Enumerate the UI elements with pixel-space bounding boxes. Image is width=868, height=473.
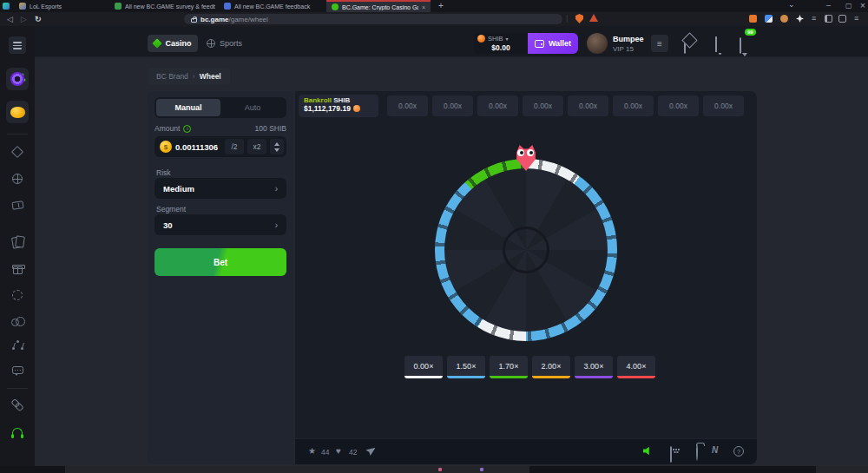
tab-close-icon[interactable]: × (422, 4, 425, 10)
history-result[interactable]: 0.00x (703, 95, 744, 116)
profile-box-icon[interactable] (838, 15, 846, 23)
sidebar-divider (7, 134, 28, 135)
amount-stepper[interactable] (270, 139, 284, 154)
back-icon[interactable]: ◁ (7, 16, 13, 23)
nav-sports-tab[interactable]: Sports (207, 35, 242, 52)
sidebar-menu-button[interactable] (9, 36, 26, 54)
sidebar-item-lottery[interactable] (11, 199, 23, 211)
amount-input[interactable]: $ 0.00111306 /2 x2 (155, 136, 286, 157)
history-result[interactable]: 0.00x (387, 95, 428, 116)
chevron-right-icon: › (275, 220, 278, 230)
chat-badge: 99 (745, 29, 756, 36)
window-close-button[interactable]: × (860, 1, 865, 10)
sidebar-item-support[interactable] (11, 424, 23, 437)
tab-bcgame-active[interactable]: BC.Game: Crypto Casino Games & × (326, 0, 431, 12)
bankroll-label: Bankroll (304, 96, 332, 104)
quick-menu-button[interactable]: ≡ (651, 35, 668, 52)
vip-level: VIP 15 (613, 45, 634, 53)
ticket-icon (11, 200, 23, 210)
segment-select[interactable]: 30 › (155, 214, 286, 235)
coin-icon: $ (160, 141, 172, 153)
link-icon (10, 397, 25, 412)
sidebar-promo-spin-button[interactable] (6, 68, 29, 90)
multiplier-0[interactable]: 0.00× (404, 356, 443, 378)
window-maximize-button[interactable]: ▢ (845, 2, 852, 10)
tab-manual[interactable]: Manual (156, 99, 220, 116)
taskbar (0, 466, 868, 473)
history-result[interactable]: 0.00x (658, 95, 699, 116)
people-icon (11, 316, 23, 326)
multiplier-1[interactable]: 1.50× (447, 356, 485, 378)
sidebar-item-vip[interactable] (11, 339, 23, 351)
sidebar-item-promotions[interactable] (11, 263, 23, 275)
breadcrumb-current: Wheel (200, 72, 221, 81)
username[interactable]: Bumpee (613, 35, 644, 43)
risk-select[interactable]: Medium › (155, 178, 286, 199)
warning-extension-icon[interactable] (589, 14, 598, 22)
taskbar-segment (816, 466, 868, 473)
multiplier-3[interactable]: 2.00× (532, 356, 570, 378)
sidebar-item-forum[interactable] (11, 364, 23, 376)
sidepanel-icon[interactable] (825, 15, 832, 23)
app-sidebar (0, 26, 35, 466)
tab-auto[interactable]: Auto (220, 99, 285, 116)
segment-label: Segment (156, 205, 186, 214)
tab-bcgame-feedback[interactable]: All new BC.GAME feedback (219, 0, 323, 12)
breadcrumb-root[interactable]: BC Brand (156, 72, 188, 81)
sidebar-item-casino[interactable] (11, 146, 23, 158)
amount-value: 0.00111306 (175, 142, 221, 152)
casino-icon (153, 38, 162, 48)
extension-icon-3[interactable] (780, 15, 788, 23)
avatar[interactable] (587, 33, 608, 54)
half-button[interactable]: /2 (225, 139, 244, 154)
multiplier-4[interactable]: 3.00× (575, 356, 613, 378)
tab-lol-esports[interactable]: LoL Esports (14, 0, 106, 12)
forward-icon[interactable]: ▷ (21, 16, 27, 23)
history-result[interactable]: 0.00x (477, 95, 518, 116)
help-icon[interactable]: ? (733, 446, 744, 457)
sidebar-item-bonus[interactable] (11, 289, 23, 301)
multiplier-5[interactable]: 4.00× (617, 356, 655, 378)
mail-icon[interactable] (684, 37, 686, 54)
bell-icon[interactable] (715, 36, 717, 52)
refresh-icon[interactable]: ↻ (35, 16, 42, 23)
double-button[interactable]: x2 (247, 139, 266, 154)
multiplier-2[interactable]: 1.70× (490, 356, 528, 378)
window-minimize-button[interactable]: – (826, 1, 831, 10)
browser-logo-icon (3, 3, 10, 10)
history-result[interactable]: 0.00x (432, 95, 473, 116)
sidebar-promo-coins-button[interactable] (6, 101, 29, 123)
risk-label: Risk (156, 168, 171, 177)
address-field[interactable]: bc.game/game/wheel (184, 14, 562, 24)
balance-selector[interactable]: SHIB ▾ $0.00 (474, 33, 528, 54)
new-tab-button[interactable]: + (438, 1, 444, 10)
star-icon[interactable]: ★ (308, 446, 316, 456)
sidebar-item-originals[interactable] (11, 235, 23, 247)
heart-icon[interactable]: ♥ (336, 446, 341, 456)
sidebar-item-sports[interactable] (11, 173, 23, 185)
history-result[interactable]: 0.00x (568, 95, 608, 116)
hotkeys-icon[interactable] (670, 446, 672, 463)
headphones-icon (12, 428, 23, 436)
history-result[interactable]: 0.00x (613, 95, 654, 116)
window-chevron-button[interactable]: ⌄ (788, 0, 795, 9)
reading-list-icon[interactable]: ≡ (812, 14, 816, 23)
extension-icon-2[interactable] (765, 15, 773, 23)
browser-menu-icon[interactable]: ≡ (854, 14, 858, 23)
bet-button[interactable]: Bet (155, 248, 286, 276)
network-icon (12, 340, 23, 351)
info-icon[interactable]: i (183, 125, 191, 133)
tab-bcgame-survey[interactable]: All new BC.GAME survey & feedback (109, 0, 215, 12)
taskbar-app-icon[interactable] (438, 468, 442, 471)
sidebar-item-refer[interactable] (11, 398, 23, 411)
extension-icon-1[interactable] (749, 15, 757, 23)
live-stats-icon[interactable]: N (712, 445, 718, 455)
nav-casino-tab[interactable]: Casino (148, 35, 198, 52)
history-result[interactable]: 0.00x (523, 95, 563, 116)
sidebar-item-affiliate[interactable] (11, 315, 23, 327)
tab-favicon (332, 3, 339, 10)
sports-icon (207, 39, 215, 48)
wallet-button[interactable]: Wallet (528, 33, 578, 54)
taskbar-app-icon[interactable] (480, 468, 483, 471)
chat-icon[interactable] (740, 37, 741, 54)
